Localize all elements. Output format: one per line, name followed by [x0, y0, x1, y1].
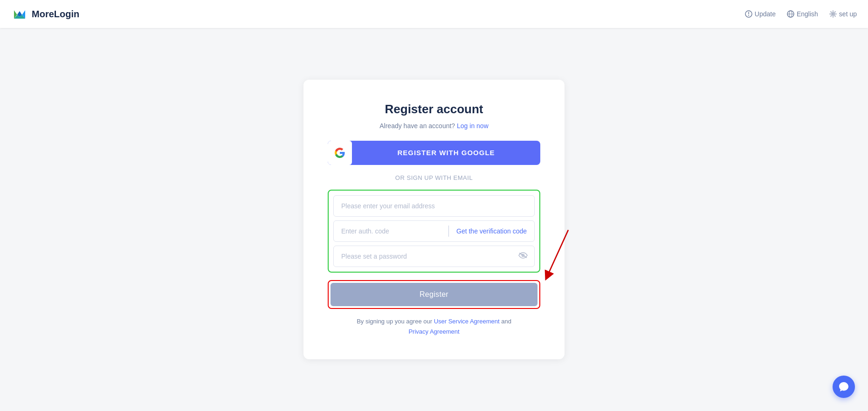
user-service-agreement-link[interactable]: User Service Agreement: [434, 318, 500, 325]
email-divider: OR SIGN UP WITH EMAIL: [328, 174, 540, 181]
update-icon: [745, 10, 752, 18]
login-link[interactable]: Log in now: [457, 122, 489, 130]
register-btn-wrapper: Register: [328, 280, 540, 309]
terms-text: By signing up you agree our User Service…: [328, 316, 540, 337]
password-row: [333, 246, 535, 267]
google-icon: [328, 141, 352, 165]
google-register-button[interactable]: REGISTER WITH GOOGLE: [328, 141, 540, 165]
update-label: Update: [755, 10, 776, 18]
logo-text: MoreLogin: [32, 9, 79, 20]
password-input[interactable]: [334, 246, 512, 267]
get-verification-code-button[interactable]: Get the verification code: [449, 227, 534, 235]
email-input[interactable]: [333, 195, 535, 217]
svg-point-11: [832, 13, 834, 15]
logo[interactable]: MoreLogin: [11, 6, 79, 22]
google-btn-label: REGISTER WITH GOOGLE: [352, 149, 540, 157]
annotation-arrow: [535, 220, 577, 286]
setup-label: set up: [839, 10, 857, 18]
chat-icon: [838, 381, 849, 392]
top-right-actions: Update English set up: [745, 10, 857, 18]
main-content: Register account Already have an account…: [0, 28, 868, 411]
register-card: Register account Already have an account…: [303, 80, 565, 359]
email-form-group: Get the verification code: [328, 190, 540, 273]
globe-icon: [787, 10, 794, 18]
gear-icon: [829, 10, 837, 18]
login-prompt: Already have an account? Log in now: [328, 122, 540, 130]
eye-icon[interactable]: [512, 251, 534, 261]
auth-code-row: Get the verification code: [333, 220, 535, 242]
svg-point-7: [748, 15, 749, 16]
auth-code-input[interactable]: [334, 221, 448, 241]
setup-button[interactable]: set up: [829, 10, 857, 18]
language-label: English: [797, 10, 818, 18]
logo-icon: [11, 6, 28, 22]
privacy-agreement-link[interactable]: Privacy Agreement: [408, 328, 459, 335]
register-button[interactable]: Register: [331, 283, 537, 306]
language-button[interactable]: English: [787, 10, 818, 18]
update-button[interactable]: Update: [745, 10, 776, 18]
page-title: Register account: [328, 102, 540, 116]
chat-bubble-button[interactable]: [833, 376, 855, 398]
top-bar: MoreLogin Update English set up: [0, 0, 868, 28]
